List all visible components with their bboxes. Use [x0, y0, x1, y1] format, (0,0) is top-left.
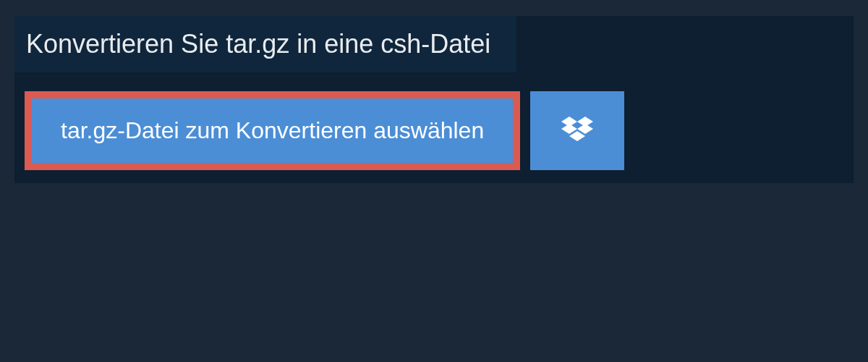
- page-title: Konvertieren Sie tar.gz in eine csh-Date…: [26, 29, 490, 59]
- select-file-label: tar.gz-Datei zum Konvertieren auswählen: [61, 117, 484, 144]
- header-bar: Konvertieren Sie tar.gz in eine csh-Date…: [14, 16, 516, 72]
- dropbox-icon: [561, 117, 593, 146]
- page-container: Konvertieren Sie tar.gz in eine csh-Date…: [0, 16, 868, 183]
- select-file-button[interactable]: tar.gz-Datei zum Konvertieren auswählen: [25, 91, 520, 170]
- button-row: tar.gz-Datei zum Konvertieren auswählen: [14, 91, 854, 170]
- upload-panel: Konvertieren Sie tar.gz in eine csh-Date…: [14, 16, 854, 183]
- dropbox-button[interactable]: [530, 91, 624, 170]
